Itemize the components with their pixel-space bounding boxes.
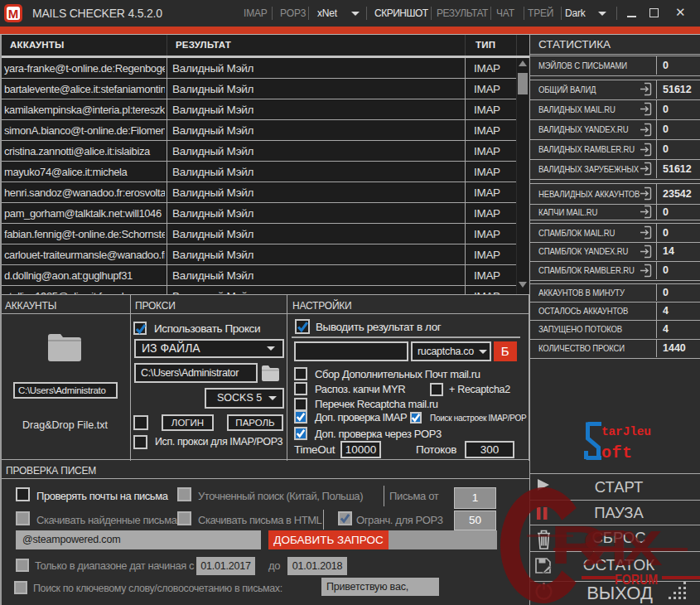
- svg-text:oft: oft: [601, 443, 632, 461]
- svg-text:tarJleu: tarJleu: [601, 425, 651, 438]
